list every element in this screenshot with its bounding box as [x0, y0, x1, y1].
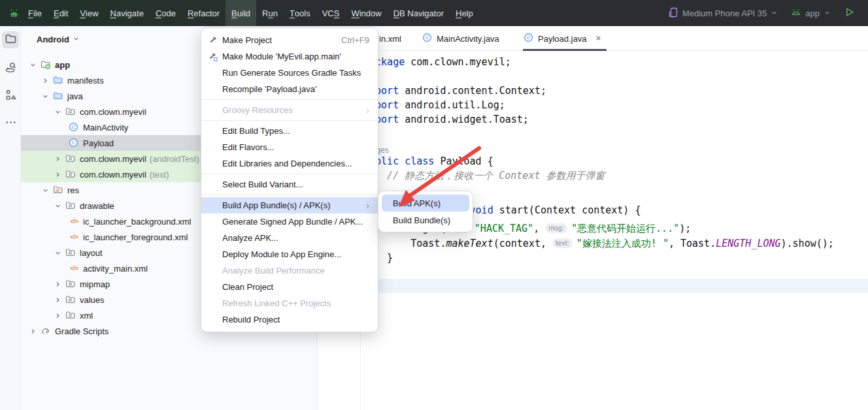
tab-mainactivity-java[interactable]: CMainActivity.java — [422, 26, 499, 51]
package-icon — [65, 106, 76, 117]
build-menu-item-edit-build-types[interactable]: Edit Build Types... — [201, 123, 378, 139]
submenu-item-label: Build APK(s) — [393, 198, 441, 208]
submenu-arrow-icon: › — [366, 201, 369, 210]
class-icon: C — [422, 33, 432, 44]
parameter-hint: msg: — [545, 223, 567, 233]
run-button[interactable] — [840, 7, 859, 20]
chevron-right-icon[interactable] — [54, 155, 61, 163]
chevron-down-icon[interactable] — [42, 93, 49, 100]
res-icon — [53, 185, 64, 195]
menubar-item-tools[interactable]: Tools — [284, 0, 316, 26]
chevron-right-icon[interactable] — [54, 312, 61, 319]
xml-icon: </> — [69, 216, 80, 227]
menubar-item-view[interactable]: View — [74, 0, 104, 26]
build-menu-item-run-generate-sources-gradle-tasks[interactable]: Run Generate Sources Gradle Tasks — [201, 65, 378, 81]
tree-item-label: com.clown.myevil — [80, 154, 146, 164]
build-menu-item-edit-libraries-and-dependencies[interactable]: Edit Libraries and Dependencies... — [201, 155, 378, 172]
chevron-right-icon[interactable] — [29, 328, 37, 335]
build-menu-item-deploy-module-to-app-engine[interactable]: Deploy Module to App Engine... — [201, 246, 378, 262]
menubar-item-help[interactable]: Help — [450, 0, 479, 26]
build-menu-item-make-module-myevil-app-main[interactable]: Make Module 'MyEvil.app.main' — [201, 48, 378, 65]
tree-item-label: com.clown.myevil — [80, 170, 146, 180]
tree-item-suffix: (androidTest) — [150, 154, 199, 164]
build-menu-item-select-build-variant[interactable]: Select Build Variant... — [201, 176, 378, 193]
svg-text:C: C — [527, 35, 531, 40]
tree-item-label: Payload — [83, 138, 114, 148]
project-tool-button[interactable] — [2, 31, 19, 48]
class-icon: C — [69, 122, 80, 133]
build-menu-item-clean-project[interactable]: Clean Project — [201, 279, 378, 295]
menu-separator — [201, 120, 378, 121]
menubar-item-code[interactable]: Code — [150, 0, 182, 26]
tree-item-label: MainActivity — [83, 123, 128, 133]
build-menu-item-edit-flavors[interactable]: Edit Flavors... — [201, 139, 378, 155]
menubar-item-edit[interactable]: Edit — [48, 0, 74, 26]
chevron-right-icon[interactable] — [42, 77, 49, 84]
build-menu-item-rebuild-project[interactable]: Rebuild Project — [201, 311, 378, 328]
menubar-item-file[interactable]: File — [22, 0, 48, 26]
tree-item-label: ic_launcher_background.xml — [83, 217, 191, 227]
tree-item-label: Gradle Scripts — [55, 326, 108, 336]
device-selector[interactable]: Medium Phone API 35 — [664, 7, 782, 20]
chevron-right-icon[interactable] — [54, 281, 61, 288]
menu-item-label: Make Project — [222, 35, 272, 45]
build-menu-item-make-project[interactable]: Make ProjectCtrl+F9 — [201, 32, 378, 48]
build-menu-item-analyze-apk[interactable]: Analyze APK... — [201, 230, 378, 246]
menubar-item-run[interactable]: Run — [256, 0, 284, 26]
chevron-right-icon[interactable] — [54, 171, 61, 178]
project-view-selector[interactable]: Android — [37, 31, 80, 47]
chevron-down-icon — [73, 35, 80, 44]
build-menu-item-generate-signed-app-bundle-apk[interactable]: Generate Signed App Bundle / APK... — [201, 213, 378, 230]
build-menu-item-recompile-payload-java[interactable]: Recompile 'Payload.java' — [201, 81, 378, 97]
package-icon — [65, 169, 76, 180]
build-apk-submenu-popup: Build APK(s)Build Bundle(s) — [378, 191, 473, 232]
structure-tool-button[interactable] — [2, 87, 19, 104]
menubar-item-vcs[interactable]: VCS — [316, 0, 346, 26]
resource-manager-tool-button[interactable] — [2, 60, 19, 77]
menubar-item-navigate[interactable]: Navigate — [105, 0, 150, 26]
menu-item-label: Edit Flavors... — [222, 142, 274, 152]
tree-item-label: values — [80, 295, 105, 305]
tree-item-suffix: (test) — [150, 170, 169, 180]
titlebar-widgets: Medium Phone API 35 app — [664, 0, 859, 26]
menu-separator — [201, 99, 378, 100]
code-line: package com.clown.myevil; — [363, 55, 511, 69]
xml-icon: </> — [69, 232, 80, 242]
class-icon: C — [524, 33, 533, 44]
chevron-down-icon[interactable] — [54, 202, 61, 210]
submenu-item-build-apk-s[interactable]: Build APK(s) — [382, 195, 469, 212]
tree-item-label: app — [55, 60, 70, 70]
tab-in-xml[interactable]: in.xml — [379, 26, 401, 51]
menu-item-label: Analyze Build Performance — [222, 266, 325, 276]
menubar-item-window[interactable]: Window — [345, 0, 387, 26]
menu-separator — [201, 195, 378, 195]
menubar-item-refactor[interactable]: Refactor — [182, 0, 225, 26]
chevron-down-icon[interactable] — [29, 61, 37, 69]
build-menu-item-build-app-bundle-s-apk-s[interactable]: Build App Bundle(s) / APK(s)› — [201, 197, 378, 213]
chevron-right-icon[interactable] — [54, 296, 61, 304]
chevron-down-icon[interactable] — [42, 187, 49, 194]
chevron-down-icon[interactable] — [54, 108, 61, 116]
menubar-item-build[interactable]: Build — [225, 0, 256, 26]
menu-item-shortcut: Ctrl+F9 — [341, 35, 369, 45]
run-configuration-selector[interactable]: app — [787, 7, 835, 20]
build-menu-popup: Make ProjectCtrl+F9Make Module 'MyEvil.a… — [201, 27, 378, 332]
chevron-down-icon[interactable] — [54, 249, 61, 257]
menu-item-label: Edit Build Types... — [222, 126, 290, 136]
menu-item-label: Run Generate Sources Gradle Tasks — [222, 68, 361, 78]
menu-item-label: Generate Signed App Bundle / APK... — [222, 217, 363, 227]
submenu-item-build-bundle-s[interactable]: Build Bundle(s) — [382, 212, 469, 229]
more-tool-windows-button[interactable] — [2, 115, 19, 132]
menubar-item-db-navigator[interactable]: DB Navigator — [388, 0, 450, 26]
code-line: import android.widget.Toast; — [363, 112, 529, 127]
title-bar: FileEditViewNavigateCodeRefactorBuildRun… — [0, 0, 868, 26]
folder-icon — [53, 91, 64, 101]
tab-payload-java[interactable]: CPayload.java — [524, 26, 602, 51]
svg-text:</>: </> — [70, 234, 78, 240]
package-icon — [65, 200, 76, 211]
tree-item-label: drawable — [80, 201, 114, 211]
menu-item-label: Make Module 'MyEvil.app.main' — [222, 52, 341, 61]
device-selector-label: Medium Phone API 35 — [682, 8, 767, 18]
close-icon[interactable] — [595, 34, 602, 44]
run-config-label: app — [805, 8, 820, 18]
